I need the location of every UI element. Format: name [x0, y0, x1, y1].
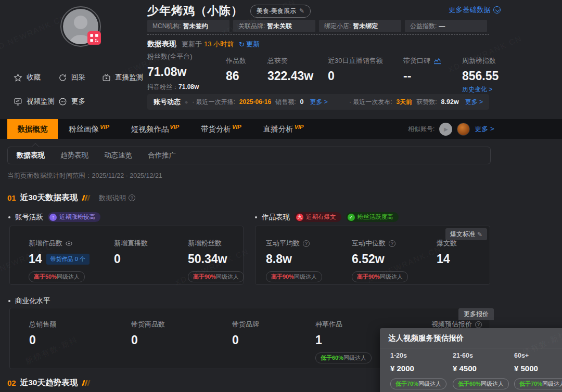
- section-number: 02: [7, 378, 16, 387]
- metric-new-lives: 新增直播数 0: [114, 239, 148, 266]
- tab-data-overview[interactable]: 数据概览: [7, 119, 58, 139]
- metric-value: 0: [114, 252, 121, 266]
- section-title: 近30天趋势表现: [20, 377, 78, 388]
- duration-label: 60s+: [514, 352, 562, 359]
- rank-pill: 高于90%同级达人: [266, 271, 322, 282]
- refresh-button[interactable]: ↻ 更新: [239, 40, 260, 49]
- more-quotes-label: 更多报价: [464, 310, 489, 318]
- recollect-button[interactable]: 回采: [58, 73, 85, 82]
- fire-icon: 火: [296, 214, 303, 221]
- video-monitor-button[interactable]: 视频监测: [14, 97, 55, 106]
- stat-label: 周新榜指数: [462, 56, 499, 66]
- updated-time: 13 小时前: [204, 40, 234, 49]
- bullet-dot: [255, 216, 257, 218]
- metric-total-sales: 总销售额 0: [29, 320, 56, 347]
- last-post-time: 3天前: [397, 98, 413, 107]
- monitor-icon: [14, 97, 22, 106]
- stat-value: 856.55: [462, 69, 499, 83]
- likes-value: 8.92w: [441, 98, 459, 106]
- price-value: ¥ 5000: [514, 364, 562, 373]
- price-col-long: 60s+ ¥ 5000 低于70%同级达人: [514, 352, 562, 389]
- metric-value: 0: [131, 333, 138, 347]
- metric-new-fans: 新增粉丝数 50.34w 高于90%同级达人: [188, 239, 244, 282]
- category-label: 美食-美食展示: [257, 7, 296, 16]
- field-label: 公益指数:: [410, 22, 437, 31]
- stat-reputation: 带货口碑 --: [403, 56, 441, 83]
- help-icon[interactable]: ?: [303, 240, 310, 247]
- fans-growth-badge-label: 近期涨粉较高: [59, 213, 95, 221]
- post-more-link[interactable]: 更多 >: [465, 98, 483, 107]
- subtab-activity-overview[interactable]: 动态速览: [104, 151, 132, 160]
- rank-suffix: 同级达人: [343, 354, 366, 362]
- rank-suffix: 同级达人: [481, 380, 504, 388]
- tab-label: 带货分析: [201, 124, 231, 134]
- dashed-divider: [147, 34, 489, 35]
- subtab-cooperation-promo[interactable]: 合作推广: [148, 151, 176, 160]
- tab-fans-profile[interactable]: 粉丝画像VIP: [58, 119, 120, 139]
- refresh-label: 更新: [246, 40, 260, 49]
- arrow-up-icon: ↑: [49, 214, 57, 221]
- data-explanation-link[interactable]: 数据说明 ?: [99, 193, 135, 203]
- subtab-trend-performance[interactable]: 趋势表现: [60, 151, 88, 160]
- subtab-data-performance[interactable]: 数据表现: [17, 151, 45, 160]
- help-icon[interactable]: ?: [389, 240, 395, 247]
- tab-ecommerce-analysis[interactable]: 带货分析VIP: [190, 119, 252, 139]
- rank-highlight: 低于60%: [458, 380, 481, 388]
- stat-sub-label: 抖音粉丝：: [147, 83, 178, 90]
- refresh-icon: ↻: [239, 41, 245, 48]
- orange-bars-icon: [83, 380, 90, 386]
- play-icon: ▶: [444, 126, 448, 132]
- more-quotes-button[interactable]: 更多报价: [458, 308, 494, 320]
- favorite-button[interactable]: 收藏: [14, 73, 41, 82]
- edit-pencil-icon[interactable]: ✎: [299, 7, 304, 15]
- metric-avg-interaction: 互动平均数? 8.8w 高于90%同级达人: [266, 239, 322, 282]
- rank-pill: 高于90%同级达人: [188, 271, 244, 282]
- field-label: 关联品牌:: [238, 22, 265, 31]
- rank-highlight: 低于70%: [519, 380, 542, 388]
- similar-avatar-1[interactable]: ▶: [439, 123, 452, 136]
- vip-badge: VIP: [295, 124, 304, 130]
- last-live-date: 2025-06-16: [239, 98, 271, 106]
- similar-avatar-2[interactable]: [457, 123, 470, 136]
- category-badge[interactable]: 美食-美食展示 ✎: [250, 5, 311, 18]
- account-active-card: 新增作品数 14 带货作品 0 个 高于50%同级达人 新增直播数 0 新增粉丝…: [9, 226, 244, 285]
- popup-title: 达人视频服务预估报价: [380, 328, 562, 348]
- qr-code-icon[interactable]: [87, 31, 101, 45]
- tab-live-analysis[interactable]: 直播分析VIP: [252, 119, 315, 139]
- history-change-link[interactable]: 历史变化 >: [462, 85, 499, 94]
- metric-value: 0: [29, 333, 36, 347]
- stat-likes: 总获赞 322.43w: [267, 56, 313, 83]
- stat-label: 总获赞: [267, 56, 313, 66]
- similar-accounts: 相似账号: ▶ 更多 >: [408, 119, 494, 139]
- metric-label: 新增直播数: [114, 239, 148, 248]
- date-range-note: 当前页面数据统计时间范围：2025/11/22 - 2025/12/21: [7, 172, 162, 180]
- more-basic-data-link[interactable]: 更多基础数据: [449, 5, 501, 15]
- metric-seeding-works: 种草作品 1 低于60%同级达人: [315, 320, 372, 363]
- field-charity: 公益指数:—: [405, 20, 487, 32]
- works-performance-title: 作品表现: [262, 213, 290, 222]
- price-col-mid: 21-60s ¥ 4500 低于60%同级达人: [453, 352, 509, 389]
- orange-bars-icon: [83, 195, 90, 201]
- live-more-link[interactable]: 更多 >: [310, 98, 328, 107]
- live-monitor-label: 直播监测: [115, 73, 143, 82]
- more-actions-button[interactable]: 更多: [58, 97, 85, 106]
- tab-short-video-works[interactable]: 短视频作品VIP: [120, 119, 190, 139]
- help-icon[interactable]: ?: [475, 321, 482, 328]
- more-basic-data-label: 更多基础数据: [449, 5, 491, 15]
- ecommerce-works-tag[interactable]: 带货作品 0 个: [46, 254, 90, 265]
- rank-pill: 高于50%同级达人: [29, 271, 85, 282]
- eye-icon[interactable]: [66, 241, 72, 246]
- sales-value: 0: [300, 98, 304, 106]
- similar-accounts-label: 相似账号:: [408, 125, 435, 134]
- rank-pill: 低于70%同级达人: [514, 378, 562, 389]
- tab-notch: [32, 143, 39, 150]
- rank-suffix: 同级达人: [294, 273, 317, 281]
- fans-growth-badge: ↑ 近期涨粉较高: [48, 212, 100, 222]
- more-circle-icon: [58, 97, 67, 106]
- rank-pill: 低于60%同级达人: [453, 378, 509, 389]
- rank-highlight: 低于70%: [395, 380, 418, 388]
- last-post-prefix: · 最近一次发布:: [349, 98, 392, 107]
- similar-more-link[interactable]: 更多 >: [475, 124, 494, 134]
- line-chart-icon[interactable]: [433, 58, 441, 64]
- live-monitor-button[interactable]: 直播监测: [102, 73, 143, 82]
